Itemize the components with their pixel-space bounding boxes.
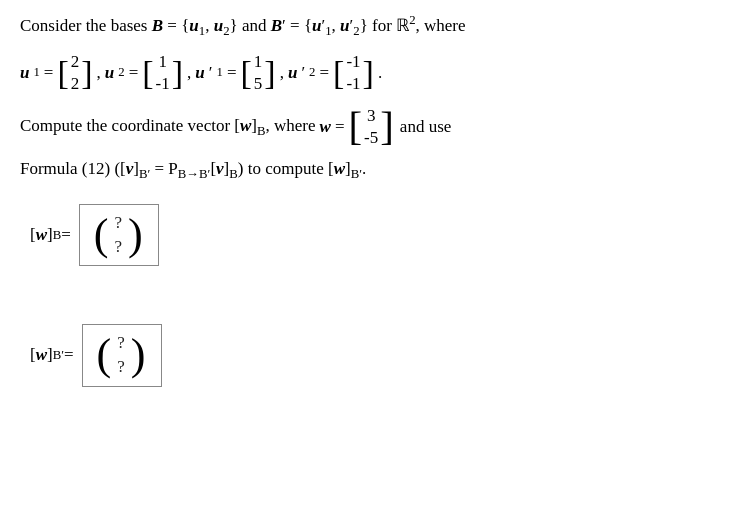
- w-vector: [ 3 -5 ]: [348, 105, 393, 149]
- u1-eq: =: [44, 56, 54, 90]
- main-content: Consider the bases B = {u1, u2} and B′ =…: [20, 10, 730, 387]
- vector-definitions: u1 = [ 2 2 ] , u2 = [ 1 -1 ] , u′1 = [: [20, 51, 730, 95]
- u1p-vector: [ 1 5 ]: [241, 51, 276, 95]
- compute-line: Compute the coordinate vector [w]B, wher…: [20, 105, 730, 149]
- u1p-top: 1: [254, 51, 263, 73]
- bracket-right-w: ]: [380, 107, 394, 148]
- answer2-sub: B′: [53, 348, 64, 363]
- u1p-eq: =: [227, 56, 237, 90]
- text-consider: Consider the bases: [20, 16, 152, 35]
- u2-top: 1: [158, 51, 167, 73]
- u1p-bot: 5: [254, 73, 263, 95]
- text-and: and: [238, 16, 271, 35]
- bracket-left-u2p: [: [333, 56, 344, 90]
- answer2-box[interactable]: ( ? ? ): [82, 324, 162, 386]
- w-label-compute: w: [320, 110, 331, 144]
- u1-vector: [ 2 2 ]: [57, 51, 92, 95]
- u1-label: u: [20, 56, 29, 90]
- bracket-left-u1: [: [57, 56, 68, 90]
- bracket-right-u2p: ]: [363, 56, 374, 90]
- u2p-top: -1: [346, 51, 360, 73]
- u2-label: u: [105, 56, 114, 90]
- u2-bot: -1: [156, 73, 170, 95]
- answer-section-2: [w]B′ = ( ? ? ): [30, 324, 730, 386]
- bracket-left-u1p: [: [241, 56, 252, 90]
- u2-eq: =: [129, 56, 139, 90]
- u2p-subscript: 2: [309, 60, 315, 86]
- answer2-eq: =: [64, 345, 74, 365]
- answer1-eq: =: [61, 225, 71, 245]
- u1-bot: 2: [71, 73, 80, 95]
- u2p-bot: -1: [346, 73, 360, 95]
- text-and-use: and use: [400, 110, 451, 144]
- w-entries: 3 -5: [362, 105, 380, 149]
- answer-section-1: [w]B = ( ? ? ): [30, 204, 730, 266]
- paren-left-2: (: [97, 333, 112, 377]
- u1-top: 2: [71, 51, 80, 73]
- bracket-left-u2: [: [142, 56, 153, 90]
- problem-statement-line1: Consider the bases B = {u1, u2} and B′ =…: [20, 10, 730, 43]
- w-bot: -5: [364, 127, 378, 149]
- formula-line: Formula (12) ([v]B′ = PB→B′[v]B) to comp…: [20, 155, 730, 186]
- text-where: , where: [416, 16, 466, 35]
- answer1-label: [w]B =: [30, 225, 71, 245]
- u1p-label: u: [195, 56, 204, 90]
- spacer: [20, 276, 730, 306]
- answer2-entries: ? ?: [111, 333, 131, 377]
- paren-right-1: ): [128, 213, 143, 257]
- comma1: ,: [97, 56, 101, 90]
- u1p-subscript: 1: [217, 60, 223, 86]
- bracket-right-u2: ]: [172, 56, 183, 90]
- basis-B: B: [152, 16, 163, 35]
- paren-left-1: (: [94, 213, 109, 257]
- w-top: 3: [367, 105, 376, 127]
- period: .: [378, 56, 382, 90]
- answer1-sub: B: [53, 228, 62, 243]
- u2p-vector: [ -1 -1 ]: [333, 51, 374, 95]
- u1-subscript: 1: [33, 60, 39, 86]
- paren-right-2: ): [131, 333, 146, 377]
- answer1-box[interactable]: ( ? ? ): [79, 204, 159, 266]
- bracket-right-u1: ]: [81, 56, 92, 90]
- u2-vector: [ 1 -1 ]: [142, 51, 183, 95]
- u2p-entries: -1 -1: [344, 51, 362, 95]
- bprime-symbol: ′: [282, 16, 286, 35]
- text-compute: Compute the coordinate vector [w]B, wher…: [20, 109, 316, 145]
- bracket-left-w: [: [348, 107, 362, 148]
- u1p-entries: 1 5: [252, 51, 265, 95]
- w-eq: =: [335, 110, 345, 144]
- answer2-label: [w]B′ =: [30, 345, 74, 365]
- answer1-q2: ?: [115, 237, 123, 257]
- eq1: = {u1, u2}: [163, 16, 238, 35]
- text-formula: Formula (12) ([v]B′ = PB→B′[v]B) to comp…: [20, 159, 366, 178]
- answer1-q1: ?: [115, 213, 123, 233]
- comma3: ,: [280, 56, 284, 90]
- answer2-q2: ?: [117, 357, 125, 377]
- u2-entries: 1 -1: [154, 51, 172, 95]
- basis-Bprime: B: [271, 16, 282, 35]
- u2p-label: u: [288, 56, 297, 90]
- comma2: ,: [187, 56, 191, 90]
- u2-subscript: 2: [118, 60, 124, 86]
- u2p-eq: =: [319, 56, 329, 90]
- answer1-entries: ? ?: [109, 213, 129, 257]
- bracket-right-u1p: ]: [264, 56, 275, 90]
- answer2-q1: ?: [117, 333, 125, 353]
- u1-entries: 2 2: [69, 51, 82, 95]
